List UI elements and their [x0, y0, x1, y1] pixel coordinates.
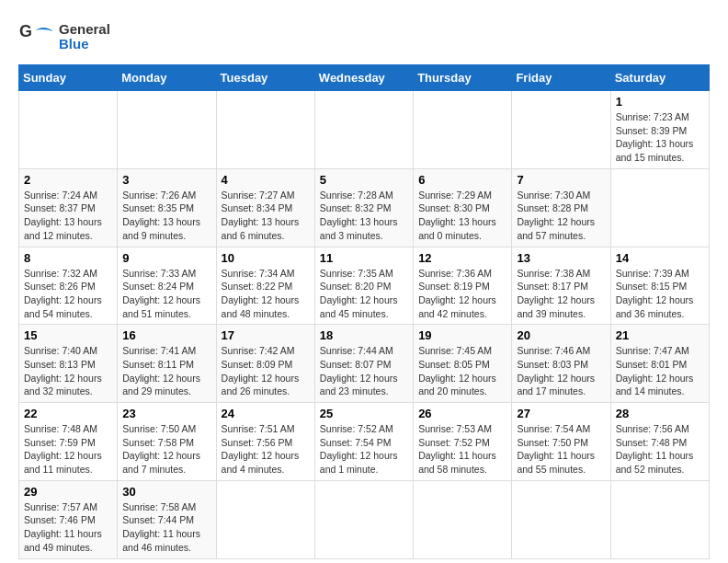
- calendar-cell: 10Sunrise: 7:34 AMSunset: 8:22 PMDayligh…: [216, 247, 314, 325]
- day-header: Thursday: [414, 65, 512, 91]
- day-info: Sunrise: 7:28 AMSunset: 8:32 PMDaylight:…: [320, 189, 408, 243]
- day-info: Sunrise: 7:41 AMSunset: 8:11 PMDaylight:…: [122, 344, 210, 398]
- calendar-cell: 24Sunrise: 7:51 AMSunset: 7:56 PMDayligh…: [216, 403, 314, 481]
- calendar: SundayMondayTuesdayWednesdayThursdayFrid…: [18, 64, 710, 559]
- day-number: 21: [616, 328, 704, 342]
- calendar-cell: [610, 480, 709, 558]
- day-info: Sunrise: 7:54 AMSunset: 7:50 PMDaylight:…: [517, 422, 605, 477]
- day-number: 30: [122, 485, 210, 499]
- day-info: Sunrise: 7:35 AMSunset: 8:20 PMDaylight:…: [320, 267, 408, 321]
- calendar-cell: 29Sunrise: 7:57 AMSunset: 7:46 PMDayligh…: [19, 480, 118, 558]
- day-info: Sunrise: 7:51 AMSunset: 7:56 PMDaylight:…: [222, 422, 310, 477]
- day-header: Saturday: [610, 65, 709, 91]
- day-number: 15: [24, 328, 112, 342]
- calendar-cell: 1Sunrise: 7:23 AMSunset: 8:39 PMDaylight…: [610, 91, 709, 169]
- calendar-cell: 11Sunrise: 7:35 AMSunset: 8:20 PMDayligh…: [314, 247, 413, 325]
- day-number: 4: [222, 173, 310, 187]
- day-number: 8: [24, 251, 112, 265]
- logo: G General Blue: [18, 18, 110, 55]
- calendar-cell: [512, 91, 610, 169]
- calendar-cell: [118, 91, 216, 169]
- day-number: 6: [418, 173, 506, 187]
- day-header: Monday: [118, 65, 216, 91]
- calendar-cell: [314, 480, 413, 558]
- day-number: 18: [320, 328, 408, 342]
- day-info: Sunrise: 7:38 AMSunset: 8:17 PMDaylight:…: [517, 267, 605, 321]
- calendar-cell: 9Sunrise: 7:33 AMSunset: 8:24 PMDaylight…: [118, 247, 216, 325]
- day-info: Sunrise: 7:56 AMSunset: 7:48 PMDaylight:…: [616, 422, 704, 477]
- calendar-cell: [414, 91, 512, 169]
- day-info: Sunrise: 7:46 AMSunset: 8:03 PMDaylight:…: [517, 344, 605, 398]
- day-info: Sunrise: 7:26 AMSunset: 8:35 PMDaylight:…: [122, 189, 210, 243]
- calendar-cell: [19, 91, 118, 169]
- day-info: Sunrise: 7:58 AMSunset: 7:44 PMDaylight:…: [122, 500, 210, 555]
- day-info: Sunrise: 7:40 AMSunset: 8:13 PMDaylight:…: [24, 344, 112, 398]
- day-number: 19: [418, 328, 506, 342]
- day-info: Sunrise: 7:47 AMSunset: 8:01 PMDaylight:…: [616, 344, 704, 398]
- calendar-cell: 22Sunrise: 7:48 AMSunset: 7:59 PMDayligh…: [19, 403, 118, 481]
- day-info: Sunrise: 7:53 AMSunset: 7:52 PMDaylight:…: [418, 422, 506, 477]
- calendar-cell: 7Sunrise: 7:30 AMSunset: 8:28 PMDaylight…: [512, 168, 610, 247]
- day-number: 1: [616, 95, 704, 109]
- day-info: Sunrise: 7:50 AMSunset: 7:58 PMDaylight:…: [122, 422, 210, 477]
- calendar-cell: 12Sunrise: 7:36 AMSunset: 8:19 PMDayligh…: [414, 247, 512, 325]
- day-header: Sunday: [19, 65, 118, 91]
- day-info: Sunrise: 7:36 AMSunset: 8:19 PMDaylight:…: [418, 267, 506, 321]
- day-number: 5: [320, 173, 408, 187]
- calendar-cell: [414, 480, 512, 558]
- calendar-cell: 21Sunrise: 7:47 AMSunset: 8:01 PMDayligh…: [610, 325, 709, 403]
- day-number: 11: [320, 251, 408, 265]
- day-number: 7: [517, 173, 605, 187]
- day-number: 10: [222, 251, 310, 265]
- day-header: Friday: [512, 65, 610, 91]
- day-info: Sunrise: 7:52 AMSunset: 7:54 PMDaylight:…: [320, 422, 408, 477]
- day-number: 14: [616, 251, 704, 265]
- calendar-cell: [610, 168, 709, 247]
- day-number: 29: [24, 485, 112, 499]
- day-info: Sunrise: 7:48 AMSunset: 7:59 PMDaylight:…: [24, 422, 112, 477]
- calendar-cell: [216, 91, 314, 169]
- day-number: 22: [24, 407, 112, 420]
- logo-svg: G: [18, 18, 55, 55]
- calendar-cell: 3Sunrise: 7:26 AMSunset: 8:35 PMDaylight…: [118, 168, 216, 247]
- calendar-cell: 5Sunrise: 7:28 AMSunset: 8:32 PMDaylight…: [314, 168, 413, 247]
- calendar-cell: 16Sunrise: 7:41 AMSunset: 8:11 PMDayligh…: [118, 325, 216, 403]
- calendar-cell: [216, 480, 314, 558]
- day-number: 27: [517, 407, 605, 420]
- calendar-cell: 4Sunrise: 7:27 AMSunset: 8:34 PMDaylight…: [216, 168, 314, 247]
- calendar-cell: 8Sunrise: 7:32 AMSunset: 8:26 PMDaylight…: [19, 247, 118, 325]
- day-number: 9: [122, 251, 210, 265]
- page-header: G General Blue: [18, 18, 710, 55]
- day-number: 2: [24, 173, 112, 187]
- day-info: Sunrise: 7:30 AMSunset: 8:28 PMDaylight:…: [517, 189, 605, 243]
- day-number: 25: [320, 407, 408, 420]
- calendar-cell: 26Sunrise: 7:53 AMSunset: 7:52 PMDayligh…: [414, 403, 512, 481]
- day-number: 23: [122, 407, 210, 420]
- calendar-cell: 30Sunrise: 7:58 AMSunset: 7:44 PMDayligh…: [118, 480, 216, 558]
- day-info: Sunrise: 7:23 AMSunset: 8:39 PMDaylight:…: [616, 110, 704, 165]
- day-number: 13: [517, 251, 605, 265]
- calendar-cell: 15Sunrise: 7:40 AMSunset: 8:13 PMDayligh…: [19, 325, 118, 403]
- day-info: Sunrise: 7:33 AMSunset: 8:24 PMDaylight:…: [122, 267, 210, 321]
- calendar-cell: [314, 91, 413, 169]
- day-info: Sunrise: 7:32 AMSunset: 8:26 PMDaylight:…: [24, 267, 112, 321]
- day-header: Wednesday: [314, 65, 413, 91]
- day-info: Sunrise: 7:24 AMSunset: 8:37 PMDaylight:…: [24, 189, 112, 243]
- calendar-cell: 18Sunrise: 7:44 AMSunset: 8:07 PMDayligh…: [314, 325, 413, 403]
- calendar-cell: 23Sunrise: 7:50 AMSunset: 7:58 PMDayligh…: [118, 403, 216, 481]
- day-info: Sunrise: 7:42 AMSunset: 8:09 PMDaylight:…: [222, 344, 310, 398]
- calendar-cell: [512, 480, 610, 558]
- day-info: Sunrise: 7:44 AMSunset: 8:07 PMDaylight:…: [320, 344, 408, 398]
- calendar-cell: 27Sunrise: 7:54 AMSunset: 7:50 PMDayligh…: [512, 403, 610, 481]
- calendar-cell: 25Sunrise: 7:52 AMSunset: 7:54 PMDayligh…: [314, 403, 413, 481]
- day-header: Tuesday: [216, 65, 314, 91]
- day-info: Sunrise: 7:45 AMSunset: 8:05 PMDaylight:…: [418, 344, 506, 398]
- calendar-cell: 28Sunrise: 7:56 AMSunset: 7:48 PMDayligh…: [610, 403, 709, 481]
- calendar-cell: 14Sunrise: 7:39 AMSunset: 8:15 PMDayligh…: [610, 247, 709, 325]
- day-info: Sunrise: 7:39 AMSunset: 8:15 PMDaylight:…: [616, 267, 704, 321]
- calendar-cell: 20Sunrise: 7:46 AMSunset: 8:03 PMDayligh…: [512, 325, 610, 403]
- calendar-cell: 6Sunrise: 7:29 AMSunset: 8:30 PMDaylight…: [414, 168, 512, 247]
- day-info: Sunrise: 7:34 AMSunset: 8:22 PMDaylight:…: [222, 267, 310, 321]
- day-number: 26: [418, 407, 506, 420]
- calendar-cell: 17Sunrise: 7:42 AMSunset: 8:09 PMDayligh…: [216, 325, 314, 403]
